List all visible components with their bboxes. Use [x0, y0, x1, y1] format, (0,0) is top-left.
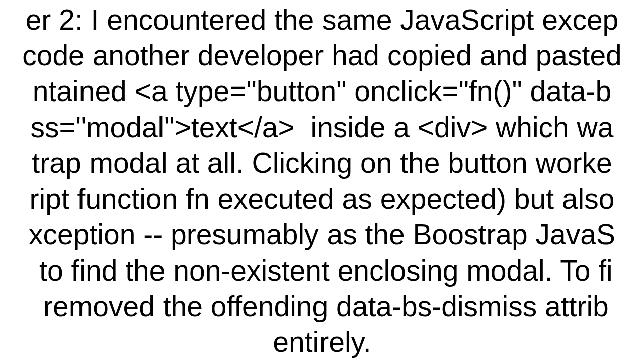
- answer-text-fragment: er 2: I encountered the same JavaScript …: [0, 0, 644, 362]
- text-line-9: entirely.: [0, 324, 644, 360]
- text-line-0: er 2: I encountered the same JavaScript …: [0, 2, 644, 38]
- text-line-7: to find the non-existent enclosing modal…: [0, 253, 644, 289]
- text-line-1: code another developer had copied and pa…: [0, 38, 644, 73]
- text-line-2: ntained <a type="button" onclick="fn()" …: [0, 73, 644, 109]
- text-line-6: xception -- presumably as the Boostrap J…: [0, 217, 644, 252]
- text-line-5: ript function fn executed as expected) b…: [0, 181, 644, 217]
- text-line-4: trap modal at all. Clicking on the butto…: [0, 145, 644, 181]
- text-line-3: ss="modal">text</a> inside a <div> which…: [0, 110, 644, 145]
- text-line-8: removed the offending data-bs-dismiss at…: [0, 289, 644, 324]
